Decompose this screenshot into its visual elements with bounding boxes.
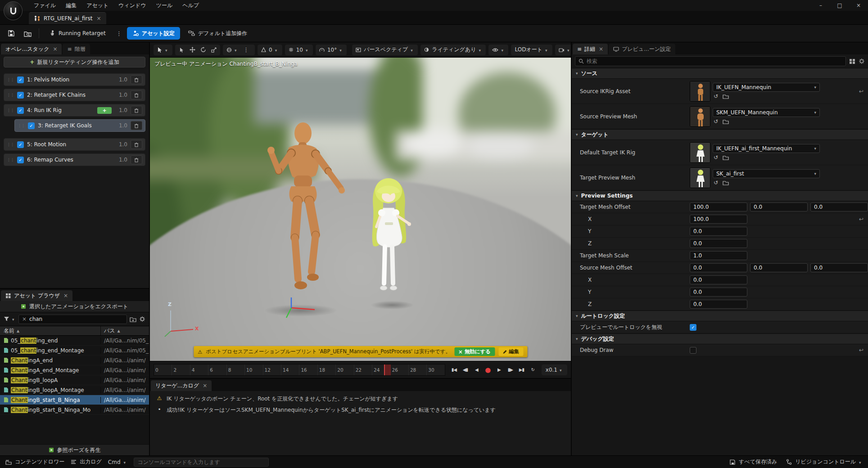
close-window-icon[interactable]: × xyxy=(849,0,868,11)
use-selected-icon[interactable]: ↺ xyxy=(714,118,718,125)
running-retarget-button[interactable]: Running Retarget xyxy=(44,27,111,40)
debug-draw-checkbox[interactable] xyxy=(690,347,696,354)
menu-window[interactable]: ウィンドウ xyxy=(113,0,151,11)
menu-file[interactable]: ファイル xyxy=(29,0,61,11)
settings-gear-icon[interactable] xyxy=(859,58,865,64)
move-tool-button[interactable] xyxy=(187,45,198,55)
location-snap-menu[interactable]: 0 xyxy=(258,45,282,55)
add-retarget-op-button[interactable]: + 新規リターゲティング操作を追加 xyxy=(4,57,145,68)
menu-edit[interactable]: 編集 xyxy=(61,0,81,11)
content-drawer-button[interactable]: コンテンツドロワー xyxy=(5,458,64,466)
z-field[interactable] xyxy=(690,239,747,248)
delete-op-button[interactable] xyxy=(131,90,142,99)
timeline-playhead[interactable] xyxy=(384,364,391,375)
op-item-retarget-ik-goals[interactable]: ⋮⋮ 3: Retarget IK Goals 1.0 xyxy=(14,119,145,132)
perspective-menu[interactable]: パースペクティブ xyxy=(352,45,418,55)
use-selected-icon[interactable]: ↺ xyxy=(714,154,718,161)
op-enabled-checkbox[interactable] xyxy=(17,141,24,148)
play-button[interactable]: ▶ xyxy=(494,364,504,375)
cmd-selector[interactable]: Cmd xyxy=(108,459,127,465)
target-ikrig-thumbnail[interactable] xyxy=(690,142,710,163)
tab-op-stack[interactable]: オペレ...スタック × xyxy=(1,44,62,54)
target-character-figure[interactable] xyxy=(365,176,412,308)
section-debug[interactable]: デバッグ設定 xyxy=(572,333,868,344)
drag-handle-icon[interactable]: ⋮⋮ xyxy=(18,123,25,128)
browse-to-icon[interactable] xyxy=(723,180,729,185)
target-scale-field[interactable] xyxy=(690,251,747,260)
scale-tool-button[interactable] xyxy=(208,45,219,55)
save-button[interactable] xyxy=(5,27,18,40)
op-item-pelvis-motion[interactable]: ⋮⋮ 1: Pelvis Motion 1.0 xyxy=(4,73,145,86)
play-reference-pose-button[interactable]: 参照ポーズを再生 xyxy=(0,444,149,455)
edit-postprocess-button[interactable]: 編集 xyxy=(498,347,523,356)
loop-button[interactable]: ↻ xyxy=(528,364,538,375)
step-back-button[interactable]: ◀▮ xyxy=(460,364,470,375)
timeline-ruler[interactable]: 02 46 810 1214 1618 2022 2426 2830 xyxy=(154,364,445,376)
section-root-lock[interactable]: ルートロック設定 xyxy=(572,310,868,321)
output-log-button[interactable]: 出力ログ xyxy=(71,458,102,466)
op-enabled-checkbox[interactable] xyxy=(17,92,24,99)
go-to-end-button[interactable]: ▶▮ xyxy=(516,364,527,375)
ignore-root-lock-checkbox[interactable] xyxy=(690,324,696,331)
op-enabled-checkbox[interactable] xyxy=(17,76,24,83)
asset-row[interactable]: 05_chanting_end /All/Ga...nim/05_ xyxy=(0,336,149,346)
browse-to-asset-button[interactable] xyxy=(21,27,34,40)
tab-rtg-uefn-ai-first[interactable]: RTG_UEFN_ai_first × xyxy=(29,12,106,24)
source-mannequin-figure[interactable] xyxy=(253,121,349,310)
source-offset-x-field[interactable] xyxy=(690,263,747,272)
filter-funnel-icon[interactable] xyxy=(4,316,9,322)
playback-speed-menu[interactable]: x0.1 xyxy=(542,364,567,375)
tab-asset-browser[interactable]: アセット ブラウザ × xyxy=(1,290,72,301)
source-ikrig-dropdown[interactable]: IK_UEFN_Mannequin xyxy=(713,83,820,92)
op-enabled-checkbox[interactable] xyxy=(17,107,24,114)
snap-rotation-mode-menu[interactable]: ⋮ xyxy=(223,45,255,55)
asset-row-selected[interactable]: ChantingB_start_B_Ninga /All/Ga...i/anim… xyxy=(0,395,149,405)
drag-handle-icon[interactable]: ⋮⋮ xyxy=(7,93,14,97)
target-offset-x-field[interactable] xyxy=(690,202,747,212)
asset-row[interactable]: ChantingB_start_B_Ninga_Mo /All/Ga...i/a… xyxy=(0,405,149,415)
target-ikrig-dropdown[interactable]: IK_UEFN_ai_first_Mannequin xyxy=(713,144,820,153)
asset-search-input[interactable]: × chan xyxy=(18,315,127,324)
op-item-run-ik-rig[interactable]: ⋮⋮ 4: Run IK Rig + 1.0 xyxy=(4,104,145,117)
source-mesh-dropdown[interactable]: SKM_UEFN_Mannequin xyxy=(713,108,820,117)
details-search-input[interactable] xyxy=(575,56,846,66)
drag-handle-icon[interactable]: ⋮⋮ xyxy=(7,158,14,162)
target-offset-y-field[interactable] xyxy=(750,202,808,212)
viewport-cursor-menu[interactable] xyxy=(154,45,172,55)
asset-row[interactable]: 05_chanting_end_Montage /All/Ga...nim/05… xyxy=(0,346,149,356)
delete-op-button[interactable] xyxy=(131,75,142,84)
delete-op-button[interactable] xyxy=(131,140,142,149)
close-icon[interactable]: × xyxy=(53,46,57,52)
default-chain-ops-button[interactable]: デフォルト追加操作 xyxy=(183,27,253,40)
target-mesh-dropdown[interactable]: SK_ai_first xyxy=(713,169,820,178)
asset-row[interactable]: ChantingB_loopA_Montage /All/Ga...i/anim… xyxy=(0,385,149,395)
more-options-icon[interactable]: ⋮ xyxy=(241,46,251,53)
asset-row[interactable]: ChantingB_loopA /All/Ga...i/anim/ xyxy=(0,375,149,385)
section-target[interactable]: ターゲット xyxy=(572,129,868,140)
use-selected-icon[interactable]: ↺ xyxy=(714,180,718,186)
source-offset-y-field[interactable] xyxy=(750,263,808,272)
browse-to-icon[interactable] xyxy=(723,155,729,160)
record-button[interactable]: ● xyxy=(483,364,493,375)
minimize-icon[interactable]: – xyxy=(811,0,830,11)
tab-retarget-log[interactable]: リターゲ...カログ × xyxy=(151,380,212,391)
target-mesh-thumbnail[interactable] xyxy=(690,167,710,188)
viewport-3d-scene[interactable]: Z X プレビュー中 アニメーション ChantingB_start_B_Nin… xyxy=(150,58,571,361)
column-name[interactable]: 名前▲ xyxy=(0,326,100,335)
rotate-tool-button[interactable] xyxy=(198,45,208,55)
close-tab-icon[interactable]: × xyxy=(96,15,101,22)
x-field[interactable] xyxy=(690,275,747,284)
source-mesh-thumbnail[interactable] xyxy=(690,106,710,127)
drag-handle-icon[interactable]: ⋮⋮ xyxy=(7,77,14,82)
section-preview-settings[interactable]: Preview Settings xyxy=(572,190,868,201)
transform-gizmo[interactable] xyxy=(285,296,319,320)
reset-to-default-icon[interactable]: ↩ xyxy=(856,347,866,353)
select-tool-button[interactable] xyxy=(176,45,187,55)
menu-tools[interactable]: ツール xyxy=(151,0,178,11)
maximize-icon[interactable]: □ xyxy=(830,0,849,11)
drag-handle-icon[interactable]: ⋮⋮ xyxy=(7,108,14,112)
browse-to-icon[interactable] xyxy=(723,119,729,124)
source-ikrig-thumbnail[interactable] xyxy=(690,81,710,102)
add-child-op-button[interactable]: + xyxy=(97,107,112,114)
close-icon[interactable]: × xyxy=(203,382,207,389)
